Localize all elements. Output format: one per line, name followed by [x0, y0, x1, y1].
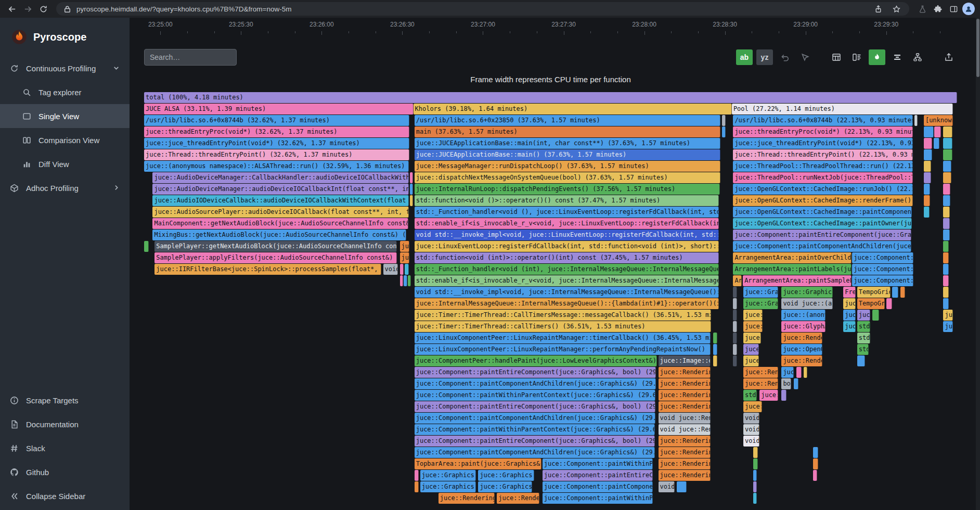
flame-bar[interactable]: void juce::RenderingHelpers::EdgeTableFi…	[659, 413, 711, 424]
flame-bar[interactable]: SamplePlayer::getNextAudioBlock(juce::Au…	[154, 241, 397, 252]
flame-bar[interactable]: juce::RenderingHelpers::GlyphCache<...>:…	[743, 367, 778, 378]
flame-bar[interactable]: juce::	[743, 321, 763, 332]
flame-bar[interactable]: TopbarArea::paint(juce::Graphics&) (15.6…	[415, 458, 541, 469]
flame-bar[interactable]: juc	[781, 367, 793, 378]
flame-bar[interactable]	[924, 172, 931, 183]
app-logo[interactable]: Pyroscope	[0, 18, 130, 56]
flame-bar[interactable]: Kholors (39.18%, 1.64 minutes)	[414, 104, 732, 114]
flame-bar[interactable]: juce::Graphics::drawText(juce::String co…	[743, 287, 778, 298]
flame-bar[interactable]	[924, 126, 934, 137]
flame-bar[interactable]	[943, 161, 951, 172]
flame-bar[interactable]	[733, 333, 737, 343]
flame-bar[interactable]: juce::Component::paintWithinParentContex…	[415, 390, 656, 401]
flame-bar[interactable]: MainComponent::getNextAudioBlock(juce::A…	[152, 218, 408, 229]
fit-head-button[interactable]: ab	[736, 49, 753, 65]
flame-bar[interactable]	[924, 161, 931, 172]
flame-bar[interactable]: juce::Component::paintWithinParentContex…	[852, 275, 913, 286]
flame-bar[interactable]: std::function<void ()>::operator()() con…	[415, 195, 719, 206]
flame-bar[interactable]: juce::Component::paintWithinParentContex…	[543, 458, 653, 469]
table-flame-view-button[interactable]	[848, 49, 865, 65]
flame-bar[interactable]: juce::Component::paintWithinParentContex…	[415, 424, 655, 435]
flame-bar[interactable]: std:	[857, 333, 870, 343]
flame-bar[interactable]	[405, 264, 409, 275]
flame-bar[interactable]: TempoGrid::paintTicks(juce::Graphics&)	[857, 298, 885, 309]
flame-bar[interactable]: void	[383, 264, 398, 275]
sidebar-item-comparison-view[interactable]: Comparison View	[0, 128, 130, 152]
flame-bar[interactable]: void juce::(anonymous namespace)::render…	[781, 298, 832, 309]
flame-bar[interactable]	[733, 321, 737, 332]
flame-bar[interactable]	[943, 126, 952, 137]
flame-bar[interactable]: juce	[400, 252, 409, 263]
flame-bar[interactable]: TempoGrid::paint(juce::Graphics&)	[857, 287, 891, 298]
flame-bar[interactable]: juce::dispatchNextMessageOnSystemQueue(b…	[415, 172, 720, 183]
flame-bar[interactable]	[415, 470, 419, 481]
page-scrollbar[interactable]	[976, 18, 980, 510]
flame-bar[interactable]: juce	[843, 298, 856, 309]
flame-bar[interactable]	[943, 230, 950, 240]
flame-bar[interactable]: juce::OpenGLTexture::loadImage(juce::Ima…	[781, 344, 822, 355]
flame-bar[interactable]	[733, 310, 737, 321]
back-icon[interactable]	[5, 2, 19, 16]
flame-bar[interactable]: juce	[943, 310, 953, 321]
flame-bar[interactable]	[753, 470, 757, 481]
flame-bar[interactable]: juce::RenderingHelpers::GlyphCache<...>:…	[743, 378, 778, 389]
flame-bar[interactable]: juce::Graphics::fillRoundedRectangle(juc…	[781, 287, 832, 298]
flame-bar[interactable]: juce::Component::paintComponentAndChildr…	[733, 241, 911, 252]
flamegraph[interactable]: total (100%, 4.18 minutes)JUCE ALSA (33.…	[144, 92, 957, 510]
flame-bar[interactable]	[943, 241, 949, 252]
flame-bar[interactable]: main (37.63%, 1.57 minutes)	[415, 126, 720, 137]
side-panel-icon[interactable]	[947, 2, 960, 16]
flame-bar[interactable]	[733, 287, 737, 298]
reload-icon[interactable]	[36, 2, 50, 16]
sidebar-item-collapse-sidebar[interactable]: Collapse Sidebar	[0, 484, 130, 508]
flame-bar[interactable]: MixingBus::getNextAudioBlock(juce::Audio…	[152, 230, 406, 240]
flame-bar[interactable]: juce::	[743, 310, 763, 321]
flame-bar[interactable]	[943, 195, 950, 206]
flame-bar[interactable]: juce	[843, 310, 855, 321]
flame-bar[interactable]: juce::Component::paintEntireComponent(ju…	[415, 367, 656, 378]
flame-bar[interactable]	[733, 298, 737, 309]
forward-icon[interactable]	[21, 2, 34, 16]
table-view-button[interactable]	[828, 49, 845, 65]
flame-bar[interactable]: juce::LinuxComponentPeer::LinuxRepaintMa…	[415, 333, 711, 343]
flame-bar[interactable]: juce::JUCEApplicationBase::main(int, cha…	[415, 138, 720, 149]
flame-bar[interactable]: juce::Component::paintComponentAndChildr…	[852, 264, 913, 275]
focus-button[interactable]	[797, 49, 814, 65]
flame-bar[interactable]	[943, 184, 950, 195]
flame-bar[interactable]: juce::AudioIODeviceCallback::audioDevice…	[152, 195, 408, 206]
flame-bar[interactable]: juce:	[743, 401, 762, 412]
flame-bar[interactable]	[857, 355, 866, 366]
sidebar-item-diff-view[interactable]: Diff View	[0, 152, 130, 176]
flame-bar[interactable]: juce::Timer::TimerThread::CallTimersMess…	[415, 310, 712, 321]
flame-bar[interactable]	[934, 138, 939, 149]
flame-bar[interactable]: juce::JUCEApplicationBase::main() (37.63…	[415, 149, 720, 160]
flame-bar[interactable]: juce::RenderingHelpers::SoftwareRenderer…	[659, 367, 711, 378]
flame-bar[interactable]	[753, 481, 757, 492]
flame-bar[interactable]	[722, 115, 726, 126]
flame-bar[interactable]: juce::RenderingHelpers::SoftwareRenderer…	[439, 493, 495, 504]
flame-bar[interactable]: juce::Component::paintEntireComponent(ju…	[415, 401, 656, 412]
flame-bar[interactable]	[722, 126, 726, 137]
flame-bar[interactable]: juce::OpenGLContext::CachedImage::paintO…	[733, 218, 911, 229]
flame-bar[interactable]	[943, 218, 950, 229]
flame-bar[interactable]	[794, 378, 798, 389]
flame-bar[interactable]: juce::RenderingHelpers::SoftwareRenderer…	[781, 355, 822, 366]
flame-bar[interactable]	[753, 447, 758, 458]
flame-bar[interactable]	[943, 287, 949, 298]
flame-bar[interactable]	[914, 115, 918, 126]
flame-bar[interactable]: juce::Component::paintWithinParentContex…	[543, 493, 653, 504]
flame-bar[interactable]	[400, 264, 404, 275]
flame-bar[interactable]	[924, 207, 930, 218]
flame-bar[interactable]	[900, 287, 905, 298]
bookmark-star-icon[interactable]	[889, 2, 903, 16]
flame-bar[interactable]	[410, 172, 412, 183]
flame-bar[interactable]: juce::RenderingHelpers::SoftwareRenderer…	[659, 436, 711, 447]
flame-bar[interactable]: juce::Thread::threadEntryPoint() (22.13%…	[733, 149, 913, 160]
flame-bar[interactable]	[677, 481, 687, 492]
flame-bar[interactable]: juce::juce_threadEntryPoint(void*) (32.6…	[144, 138, 409, 149]
flame-bar[interactable]: /usr/lib/libc.so.6+0x23850 (37.63%, 1.57…	[415, 115, 720, 126]
flame-bar[interactable]	[813, 447, 818, 458]
flame-bar[interactable]: FreqGrid::paint(juce::Graphics&)	[843, 287, 856, 298]
flame-bar[interactable]	[924, 184, 931, 195]
flame-bar[interactable]	[713, 355, 717, 366]
